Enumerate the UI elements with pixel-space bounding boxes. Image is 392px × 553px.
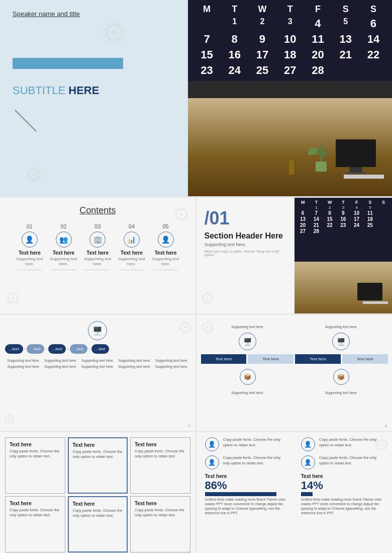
- contents-slide: ⚙ ⚙ Contents 01 👤 Text here Supporting t…: [0, 198, 195, 313]
- arrow-2: ›: [45, 346, 47, 352]
- profile-icon-3: 👤: [301, 437, 315, 451]
- slide-3: ⚙ /01 Section Header Here Supporting tex…: [197, 198, 393, 313]
- card-grid: Text here Copy paste fonts. Choose the o…: [0, 432, 195, 553]
- profile-icon-2: 👤: [205, 455, 219, 469]
- cal-num: 22: [360, 47, 387, 62]
- cal-num: 28: [304, 63, 331, 78]
- card-title-4: Text here: [10, 501, 61, 506]
- cal-num: 20: [304, 47, 331, 62]
- top-icon-2: 🖥️: [332, 333, 350, 350]
- cal-header-s2: S: [360, 3, 387, 16]
- content-line-1: [17, 270, 42, 270]
- support-text: Supporting text here.: [155, 365, 188, 368]
- support-text: Supporting text here.: [118, 359, 151, 362]
- content-item-5: 05 👤 Text here Supporting text here.: [150, 223, 181, 270]
- cal-header-w: W: [249, 3, 276, 16]
- contents-title: Contents: [8, 205, 188, 216]
- stat-bar-1: [205, 492, 276, 496]
- tab-2[interactable]: Text here: [248, 354, 293, 364]
- cal-num: [193, 16, 220, 31]
- cal-num: 9: [249, 32, 276, 47]
- icon-1: 👤: [22, 231, 38, 248]
- cal-header-f: F: [304, 3, 331, 16]
- speaker-name[interactable]: Speaker name and title: [13, 10, 175, 18]
- card-text-6: Copy paste fonts. Choose the only option…: [135, 508, 186, 518]
- contents-items: 01 👤 Text here Supporting text here. 02 …: [8, 223, 188, 270]
- process-btn-1: ...text: [5, 344, 23, 354]
- content-label-5: Text here: [155, 250, 177, 256]
- content-label-4: Text here: [121, 250, 143, 256]
- profile-row-4: 👤 Copy paste fonts. Choose the only opti…: [297, 455, 388, 469]
- slide-1-left: Speaker name and title SUBTITLE HERE: [0, 0, 188, 196]
- bottom-icon-1: 📦: [240, 369, 256, 385]
- cal-num: 1: [221, 16, 248, 31]
- content-support-2: Supporting text here.: [48, 257, 79, 267]
- cal-num: 27: [276, 63, 304, 78]
- tab-1[interactable]: Text here: [201, 354, 247, 364]
- arrow-4: ›: [88, 346, 90, 352]
- process-flow: ...text › ...text › ...text › ...text › …: [5, 344, 190, 354]
- support-text: Supporting text here.: [81, 359, 114, 362]
- subtitle-bold: HERE: [68, 84, 99, 97]
- stat-percent-2: 14%: [301, 479, 384, 492]
- cal-header-s1: S: [332, 3, 359, 16]
- profile-row-3: 👤 Copy paste fonts. Choose the only opti…: [297, 437, 388, 451]
- content-support-5: Supporting text here.: [150, 257, 181, 267]
- card-text-1: Copy paste fonts. Choose the only option…: [10, 449, 61, 459]
- support-text: Supporting text here.: [7, 365, 40, 368]
- process-btn-3: ...text: [48, 344, 66, 354]
- content-line-2: [51, 270, 76, 270]
- content-item-2: 02 👥 Text here Supporting text here.: [48, 223, 79, 270]
- stat-label-1: Text here: [205, 473, 288, 479]
- cal-header-t2: T: [276, 3, 304, 16]
- slide-5: ⚙ Supporting text here. 🖥️ Supporting te…: [197, 315, 393, 431]
- content-label-3: Text here: [86, 250, 109, 256]
- support-text: Supporting text here.: [44, 365, 77, 368]
- process-btn-4: ...text: [70, 344, 88, 354]
- cal-num: 16: [221, 47, 248, 62]
- card-3: Text here Copy paste fonts. Choose the o…: [130, 437, 190, 494]
- content-num-4: 04: [129, 223, 135, 229]
- stats-right: 👤 Copy paste fonts. Choose the only opti…: [297, 437, 388, 552]
- card-text-2: Copy paste fonts. Choose the only option…: [73, 449, 123, 459]
- subtitle: SUBTITLE HERE: [13, 84, 175, 97]
- tab-3[interactable]: Text here: [295, 354, 341, 364]
- support-text: Supporting text here.: [118, 365, 151, 368]
- profile-row-2: 👤 Copy paste fonts. Choose the only only…: [201, 455, 292, 469]
- card-title-6: Text here: [135, 501, 186, 506]
- tab-row: Text here Text here Text here Text here: [201, 354, 388, 364]
- card-2: Text here Copy paste fonts. Choose the o…: [68, 437, 128, 494]
- cal-num: 4: [304, 16, 331, 31]
- card-title-5: Text here: [73, 501, 123, 507]
- content-item-1: 01 👤 Text here Supporting text here.: [14, 223, 45, 270]
- page-num: 5: [188, 424, 190, 428]
- process-btn-2: ...text: [27, 344, 45, 354]
- page-num: 6: [385, 424, 387, 428]
- subtitle-regular: SUBTITLE: [13, 84, 68, 97]
- content-line-5: [153, 270, 178, 270]
- watermark: ⚙: [200, 288, 215, 308]
- cal-num: 8: [221, 32, 248, 47]
- card-4: Text here Copy paste fonts. Choose the o…: [5, 496, 65, 552]
- profile-icon-1: 👤: [205, 437, 219, 451]
- tab-4[interactable]: Text here: [342, 354, 388, 364]
- slide-2: ⚙ ⚙ Contents 01 👤 Text here Supporting t…: [0, 198, 195, 313]
- content-support-4: Supporting text here.: [116, 257, 147, 267]
- card-6: Text here Copy paste fonts. Choose the o…: [130, 496, 190, 552]
- stat-desc-1: Unified fonts make reading more fluent.T…: [205, 497, 288, 515]
- process-top-icon: 🖥️: [88, 321, 107, 340]
- cal-num: 14: [360, 32, 387, 47]
- bottom-icon-2: 📦: [333, 369, 349, 385]
- slide-4: ⚙ ⚙ 🖥️ ...text › ...text › ...text › ...…: [0, 315, 195, 431]
- cal-num: 10: [276, 32, 304, 47]
- profile-text-3: Copy paste fonts. Choose the only option…: [319, 437, 384, 448]
- diagonal-line: [15, 110, 37, 132]
- stat-percent-1: 86%: [205, 479, 288, 492]
- slide-7: ⚙ 👤 Copy paste fonts. Choose the only op…: [197, 432, 393, 553]
- section-header: Section Header Here: [205, 231, 287, 241]
- cal-num: 5: [332, 16, 359, 31]
- profile-text-2: Copy paste fonts. Choose the only only o…: [223, 455, 288, 466]
- cal-header-t1: T: [221, 3, 248, 16]
- content-item-3: 03 🏢 Text here Supporting text here.: [82, 223, 113, 270]
- card-1: Text here Copy paste fonts. Choose the o…: [5, 437, 65, 494]
